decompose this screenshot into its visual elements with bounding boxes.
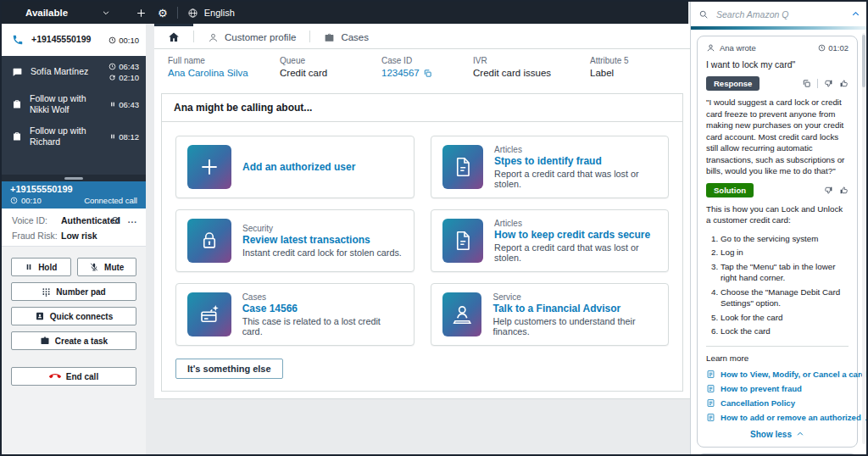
task-icon — [12, 99, 22, 109]
mute-button[interactable]: Mute — [77, 258, 137, 276]
more-menu-icon[interactable]: ... — [128, 219, 137, 222]
chevron-up-icon — [796, 430, 804, 438]
chat-icon — [12, 67, 23, 78]
briefcase-icon — [40, 336, 50, 346]
copy-icon[interactable] — [423, 69, 432, 78]
gear-icon[interactable]: ⚙ — [158, 8, 168, 19]
card-steps-identify-fraud[interactable]: Articles Stpes to identify fraud Report … — [431, 136, 670, 198]
end-call-icon — [49, 370, 61, 382]
contact-label: Follow up with Nikki Wolf — [30, 93, 102, 115]
tab-label: Cases — [341, 32, 369, 42]
card-case-14566[interactable]: Cases Case 14566 This case is related to… — [175, 283, 415, 346]
utterance-text: I want to lock my card" — [706, 59, 849, 70]
link-label: Cancellation Policy — [721, 398, 795, 408]
thumbs-down-icon[interactable] — [824, 79, 833, 88]
thumbs-up-icon[interactable] — [839, 79, 849, 88]
call-status: Connected call — [84, 196, 137, 205]
card-add-authorized-user[interactable]: Add an authorized user — [175, 136, 415, 198]
field-label: Queue — [280, 56, 371, 65]
thumbs-up-icon[interactable] — [839, 186, 849, 195]
card-review-transactions[interactable]: Security Review latest transactions Inst… — [175, 209, 415, 272]
pause-icon — [109, 133, 116, 140]
quick-connects-icon — [35, 311, 45, 321]
copy-icon[interactable] — [802, 79, 811, 88]
call-controls: Hold Mute Number pad Quick connects Crea… — [2, 246, 146, 454]
field-label: Full name — [168, 56, 270, 65]
field-attribute-5: Attribute 5 Label — [590, 56, 676, 78]
create-task-button[interactable]: Create a task — [11, 331, 136, 350]
fraud-risk-value: Low risk — [61, 231, 97, 241]
card-title: Review latest transactions — [242, 234, 402, 246]
amazon-q-panel: Ana wrote 01:02 I want to lock my card" … — [690, 2, 868, 454]
person-icon — [706, 43, 715, 53]
card-financial-advisor[interactable]: Service Talk to a Financial Advisor Help… — [431, 283, 670, 346]
learn-more-link[interactable]: How to prevent fraud — [706, 384, 849, 393]
learn-more-link[interactable]: How to View, Modify, or Cancel a card — [706, 370, 849, 379]
tab-home[interactable] — [154, 24, 193, 48]
case-id-link[interactable]: 1234567 — [381, 68, 420, 78]
section-divider — [706, 346, 849, 347]
field-case-id: Case ID 1234567 — [381, 56, 473, 78]
field-full-name: Full name Ana Carolina Silva — [168, 56, 280, 78]
panel-resize-handle[interactable] — [2, 175, 146, 181]
create-task-label: Create a task — [55, 336, 108, 346]
its-something-else-button[interactable]: It's something else — [175, 359, 283, 379]
solution-badge[interactable]: Solution — [706, 183, 754, 197]
end-call-button[interactable]: End call — [11, 367, 136, 386]
fraud-risk-label: Fraud Risk: — [12, 231, 61, 241]
refresh-icon[interactable] — [110, 215, 120, 225]
number-pad-button[interactable]: Number pad — [11, 282, 136, 301]
contact-item-chat[interactable]: Sofía Martínez 06:43 02:10 — [2, 56, 146, 88]
connected-call-banner: +19155550199 00:10 Connected call — [2, 181, 146, 209]
amazon-q-search-input[interactable] — [715, 8, 845, 20]
call-number: +19155550199 — [10, 184, 137, 194]
card-description: Instant credit card lock for stolen card… — [242, 247, 402, 258]
mic-muted-icon — [89, 262, 99, 272]
card-description: Report a credit card that was lost or st… — [494, 242, 657, 263]
show-less-label: Show less — [750, 430, 792, 439]
link-label: How to prevent fraud — [721, 384, 802, 393]
field-value: Label — [590, 68, 614, 78]
field-value: Credit card issues — [473, 68, 551, 78]
learn-more-label: Learn more — [706, 353, 849, 363]
end-call-label: End call — [66, 372, 98, 381]
contact-item-task[interactable]: Follow up with Richard 08:12 — [2, 120, 146, 153]
tab-customer-profile[interactable]: Customer profile — [194, 24, 309, 48]
quick-connects-button[interactable]: Quick connects — [11, 307, 136, 325]
contact-item-task[interactable]: Follow up with Nikki Wolf 06:43 — [2, 88, 146, 120]
language-selector[interactable]: English — [187, 8, 235, 19]
response-badge[interactable]: Response — [706, 76, 760, 91]
learn-more-link[interactable]: How to add or remove an authorized user — [706, 413, 849, 422]
contact-duration: 08:12 — [119, 132, 139, 142]
hold-button[interactable]: Hold — [11, 258, 71, 276]
thumbs-down-icon[interactable] — [824, 186, 833, 195]
contact-item-voice[interactable]: +19145550199 00:10 — [2, 24, 146, 56]
solution-step: Tap the "Menu" tab in the lower right ha… — [721, 261, 849, 284]
solution-steps: Go to the servicing system Log in Tap th… — [706, 233, 849, 337]
scrollbar-track — [862, 33, 865, 444]
gradient-tile — [187, 145, 231, 189]
full-name-link[interactable]: Ana Carolina Silva — [168, 68, 248, 78]
article-icon — [706, 413, 715, 422]
gradient-tile — [442, 145, 484, 189]
contact-duration: 06:43 — [119, 62, 139, 71]
contact-label: Sofía Martínez — [31, 66, 101, 77]
card-title: Stpes to identify fraud — [494, 155, 657, 167]
show-less-button[interactable]: Show less — [706, 430, 849, 439]
home-icon — [168, 31, 180, 43]
learn-more-link[interactable]: Cancellation Policy — [706, 398, 849, 408]
agent-status-dropdown[interactable]: Available — [25, 8, 110, 18]
article-icon — [706, 370, 715, 379]
card-keep-cards-secure[interactable]: Articles How to keep credit cards secure… — [431, 209, 670, 272]
tab-cases[interactable]: Cases — [310, 24, 382, 48]
scrollbar-thumb[interactable] — [862, 35, 865, 87]
add-icon[interactable] — [136, 8, 147, 19]
globe-icon — [187, 8, 198, 19]
contact-label: Follow up with Richard — [30, 125, 102, 147]
clock-icon — [108, 63, 116, 70]
card-title: Case 14566 — [242, 303, 403, 314]
collapse-panel-icon[interactable] — [851, 9, 860, 19]
credit-card-icon — [197, 302, 222, 327]
link-label: How to add or remove an authorized user — [721, 413, 868, 422]
card-category: Articles — [494, 145, 657, 154]
